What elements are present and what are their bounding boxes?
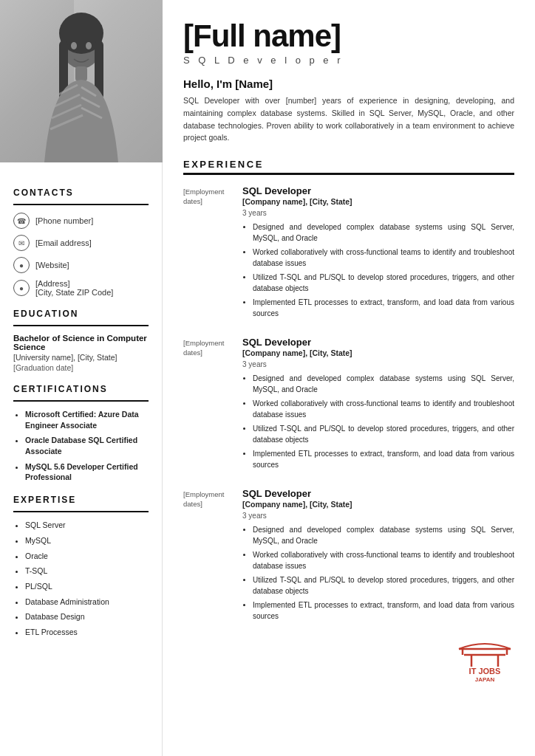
certifications-divider [13,400,149,402]
exp-dates-3: [Employment dates] [183,488,242,625]
exp-company-1: [Company name], [City, State] [242,197,514,206]
svg-text:IT JOBS: IT JOBS [469,667,501,676]
education-title: EDUCATION [13,309,149,319]
edu-school: [University name], [City, State] [13,353,149,362]
exp-dates-1: [Employment dates] [183,185,242,322]
expertise-item: Oracle [25,551,149,562]
expertise-divider [13,511,149,512]
expertise-item: SQL Server [25,520,149,531]
name-block: [Full name] S Q L D e v e l o p e r [183,21,514,66]
job-title: S Q L D e v e l o p e r [183,55,514,66]
svg-text:JAPAN: JAPAN [475,676,495,683]
cert-item: Microsoft Certified: Azure Data Engineer… [25,409,149,430]
exp-bullets-2: Designed and developed complex database … [242,373,514,471]
experience-divider [183,173,514,175]
bullet-item: Designed and developed complex database … [253,221,514,244]
exp-dates-2: [Employment dates] [183,337,242,473]
website-text: [Website] [35,261,69,269]
expertise-list: SQL Server MySQL Oracle T-SQL PL/SQL Dat… [13,520,149,638]
bullet-item: Worked collaboratively with cross-functi… [253,398,514,421]
exp-details-1: SQL Developer [Company name], [City, Sta… [242,185,514,322]
experience-title: EXPERIENCE [183,159,514,170]
exp-duration-2: 3 years [242,360,514,368]
expertise-item: PL/SQL [25,581,149,592]
website-contact: ● [Website] [13,257,149,273]
expertise-item: T-SQL [25,566,149,577]
itjobs-logo: IT JOBS JAPAN [455,639,514,684]
profile-photo [0,0,163,162]
bullet-item: Designed and developed complex database … [253,524,514,547]
exp-bullets-1: Designed and developed complex database … [242,221,514,320]
phone-text: [Phone number] [35,216,93,225]
svg-point-9 [71,42,77,49]
bullet-item: Utilized T-SQL and PL/SQL to develop sto… [253,574,514,597]
experience-entry-3: [Employment dates] SQL Developer [Compan… [183,488,514,625]
bullet-item: Implemented ETL processes to extract, tr… [253,297,514,320]
hello-text: SQL Developer with over [number] years o… [183,94,514,144]
bullet-item: Implemented ETL processes to extract, tr… [253,599,514,622]
experience-entry-1: [Employment dates] SQL Developer [Compan… [183,185,514,322]
bullet-item: Utilized T-SQL and PL/SQL to develop sto… [253,272,514,295]
exp-company-2: [Company name], [City, State] [242,348,514,357]
full-name: [Full name] [183,21,514,52]
experience-section: EXPERIENCE [Employment dates] SQL Develo… [183,159,514,625]
left-content: CONTACTS ☎ [Phone number] ✉ [Email addre… [0,162,162,638]
website-icon: ● [13,257,30,273]
expertise-item: Database Administration [25,597,149,608]
phone-contact: ☎ [Phone number] [13,213,149,229]
address-contact: ● [Address] [City, State ZIP Code] [13,279,149,297]
exp-duration-3: 3 years [242,512,514,520]
expertise-item: MySQL [25,535,149,546]
svg-rect-8 [75,66,87,81]
bullet-item: Designed and developed complex database … [253,373,514,396]
exp-details-3: SQL Developer [Company name], [City, Sta… [242,488,514,625]
bullet-item: Implemented ETL processes to extract, tr… [253,448,514,471]
address-icon: ● [13,280,30,296]
exp-company-3: [Company name], [City, State] [242,500,514,509]
exp-job-title-3: SQL Developer [242,488,514,499]
logo-area: IT JOBS JAPAN [183,639,514,684]
expertise-item: ETL Processes [25,627,149,638]
address-text: [Address] [City, State ZIP Code] [35,279,113,297]
email-text: [Email address] [35,238,92,247]
edu-degree: Bachelor of Science in Computer Science [13,334,149,351]
edu-date: [Graduation date] [13,363,149,372]
bullet-item: Worked collaboratively with cross-functi… [253,247,514,269]
certifications-list: Microsoft Certified: Azure Data Engineer… [13,409,149,483]
svg-point-10 [86,42,92,49]
expertise-title: EXPERTISE [13,495,149,505]
contacts-divider [13,204,149,205]
left-column: CONTACTS ☎ [Phone number] ✉ [Email addre… [0,0,163,756]
cert-item: Oracle Database SQL Certified Associate [25,435,149,456]
email-contact: ✉ [Email address] [13,235,149,251]
bullet-item: Worked collaboratively with cross-functi… [253,549,514,572]
education-divider [13,325,149,326]
phone-icon: ☎ [13,213,30,229]
exp-bullets-3: Designed and developed complex database … [242,524,514,622]
hello-title: Hello, I'm [Name] [183,78,514,90]
email-icon: ✉ [13,235,30,251]
bullet-item: Utilized T-SQL and PL/SQL to develop sto… [253,423,514,446]
hello-section: Hello, I'm [Name] SQL Developer with ove… [183,78,514,144]
expertise-item: Database Design [25,611,149,622]
contacts-title: CONTACTS [13,188,149,198]
resume-container: CONTACTS ☎ [Phone number] ✉ [Email addre… [0,0,535,756]
certifications-title: CERTIFICATIONS [13,384,149,394]
exp-duration-1: 3 years [242,209,514,217]
right-column: [Full name] S Q L D e v e l o p e r Hell… [163,0,535,756]
exp-details-2: SQL Developer [Company name], [City, Sta… [242,337,514,473]
experience-entry-2: [Employment dates] SQL Developer [Compan… [183,337,514,473]
cert-item: MySQL 5.6 Developer Certified Profession… [25,461,149,483]
exp-job-title-1: SQL Developer [242,185,514,196]
exp-job-title-2: SQL Developer [242,337,514,348]
